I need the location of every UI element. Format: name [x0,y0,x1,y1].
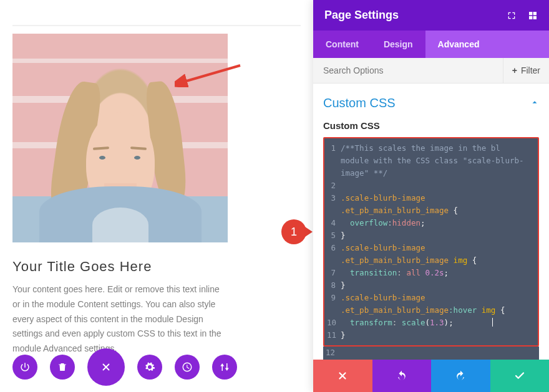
history-button[interactable] [175,355,200,380]
expand-icon[interactable] [528,11,538,21]
close-button[interactable] [87,348,125,386]
blurb-body[interactable]: Your content goes here. Edit or remove t… [12,282,228,356]
css-editor-highlight: 1/**This scales the image in the bl modu… [323,137,539,347]
blurb-title[interactable]: Your Title Goes Here [12,259,228,275]
save-button[interactable] [490,360,550,392]
search-input[interactable] [313,58,503,83]
blurb-image [12,34,228,242]
search-row: + Filter [313,58,549,84]
annotation-callout-1: 1 [281,219,306,244]
tab-advanced[interactable]: Advanced [425,31,549,58]
panel-tabs: Content Design Advanced [313,31,549,58]
settings-panel: Page Settings Content Design Advanced + … [313,0,549,392]
tab-design[interactable]: Design [371,31,425,58]
undo-button[interactable] [372,360,432,392]
filter-button[interactable]: + Filter [503,58,549,83]
css-editor[interactable]: 1/**This scales the image in the bl modu… [324,138,538,345]
sort-button[interactable] [212,355,237,380]
builder-action-row [12,348,237,386]
redo-button[interactable] [431,360,490,392]
plus-icon: + [512,65,517,75]
panel-actions [313,360,549,392]
panel-header: Page Settings [313,0,549,31]
fullscreen-icon[interactable] [507,11,517,21]
callout-number: 1 [291,226,297,239]
field-label: Custom CSS [323,120,539,131]
panel-title: Page Settings [324,9,399,22]
filter-label: Filter [521,65,540,75]
section-title[interactable]: Custom CSS [323,96,396,110]
gear-button[interactable] [137,355,162,380]
tab-content[interactable]: Content [313,31,371,58]
trash-button[interactable] [50,355,75,380]
discard-button[interactable] [313,360,372,392]
chevron-up-icon[interactable] [530,98,539,109]
power-button[interactable] [12,355,37,380]
css-editor-tail[interactable]: 12 13 [323,347,539,360]
